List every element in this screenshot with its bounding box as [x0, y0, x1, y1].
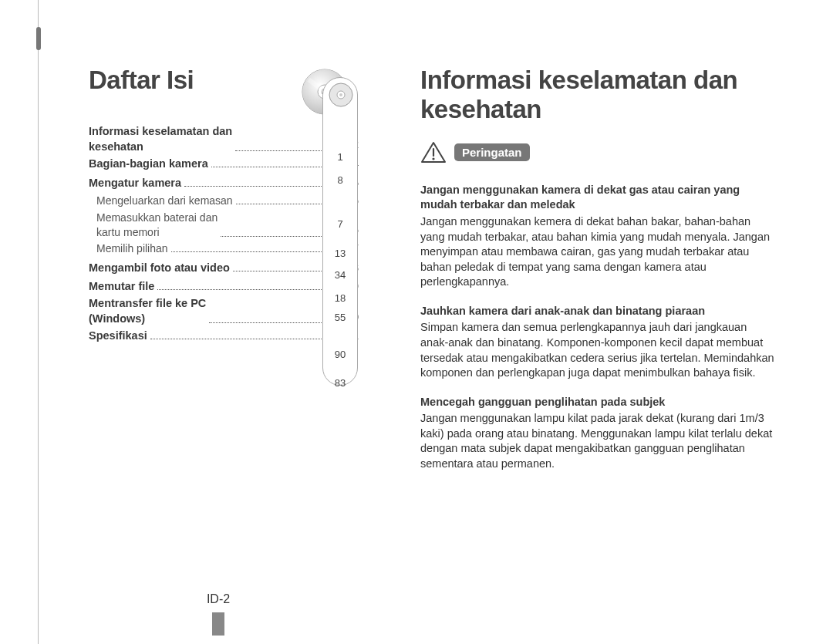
hit-count: 13: [323, 248, 357, 259]
toc-item: Spesifikasi11: [89, 326, 359, 346]
hit-count: 1: [323, 151, 357, 163]
page-number: ID-2: [199, 592, 238, 606]
safety-sections: Jangan menggunakan kamera di dekat gas a…: [420, 183, 775, 472]
toc-item-label: Memasukkan baterai dan kartu memori: [96, 211, 218, 240]
toc-subitem: Memasukkan baterai dan kartu memori6: [89, 211, 359, 240]
hit-count: 18: [323, 292, 357, 304]
toc-subitem: Mengeluarkan dari kemasan5: [89, 192, 359, 211]
hit-count: 83: [323, 377, 357, 389]
toc-leader-dots: [211, 167, 340, 167]
safety-section: Jauhkan kamera dari anak-anak dan binata…: [420, 304, 775, 381]
toc-item: Informasi keselamatan dan kesehatan2: [89, 124, 359, 154]
toc-item-label: Informasi keselamatan dan kesehatan: [89, 124, 232, 154]
toc-item-label: Mengatur kamera: [89, 174, 181, 193]
safety-section: Mencegah gangguan penglihatan pada subje…: [420, 395, 775, 472]
warning-icon: [420, 141, 447, 164]
toc-leader-dots: [184, 186, 340, 187]
disc-small-icon: [329, 83, 353, 107]
toc-list: Informasi keselamatan dan kesehatan2Bagi…: [89, 124, 359, 346]
toc-item-label: Mengambil foto atau video: [89, 258, 230, 278]
toc-item-label: Mentransfer file ke PC (Windows): [89, 296, 206, 326]
toc-item-label: Memilih pilihan: [96, 240, 168, 258]
tab-line: [38, 0, 39, 644]
toc-item: Memutar file9: [89, 277, 359, 296]
warning-badge: Peringatan: [454, 143, 530, 161]
manual-page: Daftar Isi Informasi keselamatan dan kes…: [0, 0, 833, 644]
safety-title: Informasi keselamatan dan kesehatan: [420, 66, 775, 124]
page-number-bar: [212, 612, 224, 636]
toc-item: Mengatur kamera5: [89, 174, 359, 193]
toc-item-label: Mengeluarkan dari kemasan: [96, 192, 233, 211]
hit-bar: 187133418559083: [322, 77, 358, 386]
hit-count: 34: [323, 269, 357, 281]
toc-leader-dots: [171, 251, 340, 252]
safety-section-body: Jangan menggunakan lampu kilat pada jara…: [420, 411, 775, 471]
toc-subitem: Memilih pilihan7: [89, 240, 359, 258]
hit-count: 90: [323, 349, 357, 360]
safety-section-body: Jangan menggunakan kemera di dekat bahan…: [420, 214, 775, 290]
toc-item-label: Spesifikasi: [89, 326, 147, 346]
safety-section-head: Jauhkan kamera dari anak-anak dan binata…: [420, 304, 775, 319]
toc-item: Bagian-bagian kamera4: [89, 154, 359, 174]
toc-leader-dots: [150, 339, 340, 339]
hit-count: 55: [323, 312, 357, 323]
toc-item: Mengambil foto atau video8: [89, 258, 359, 278]
toc-leader-dots: [209, 322, 340, 323]
tab-thumb: [36, 27, 41, 50]
warning-header: Peringatan: [420, 141, 775, 164]
safety-section: Jangan menggunakan kamera di dekat gas a…: [420, 183, 775, 290]
toc-leader-dots: [157, 289, 340, 290]
svg-point-8: [432, 157, 434, 160]
left-scroll-indicator: [34, 0, 43, 644]
safety-section-body: Simpan kamera dan semua perlengkapannya …: [420, 320, 775, 380]
svg-point-6: [339, 93, 342, 96]
safety-column: Informasi keselamatan dan kesehatan Peri…: [420, 66, 775, 485]
hit-count: 7: [323, 218, 357, 230]
safety-section-head: Jangan menggunakan kamera di dekat gas a…: [420, 183, 775, 213]
toc-item-label: Memutar file: [89, 277, 154, 296]
toc-item: Mentransfer file ke PC (Windows)10: [89, 296, 359, 326]
safety-section-head: Mencegah gangguan penglihatan pada subje…: [420, 395, 775, 410]
toc-item-label: Bagian-bagian kamera: [89, 154, 208, 174]
hit-count: 8: [323, 174, 357, 186]
